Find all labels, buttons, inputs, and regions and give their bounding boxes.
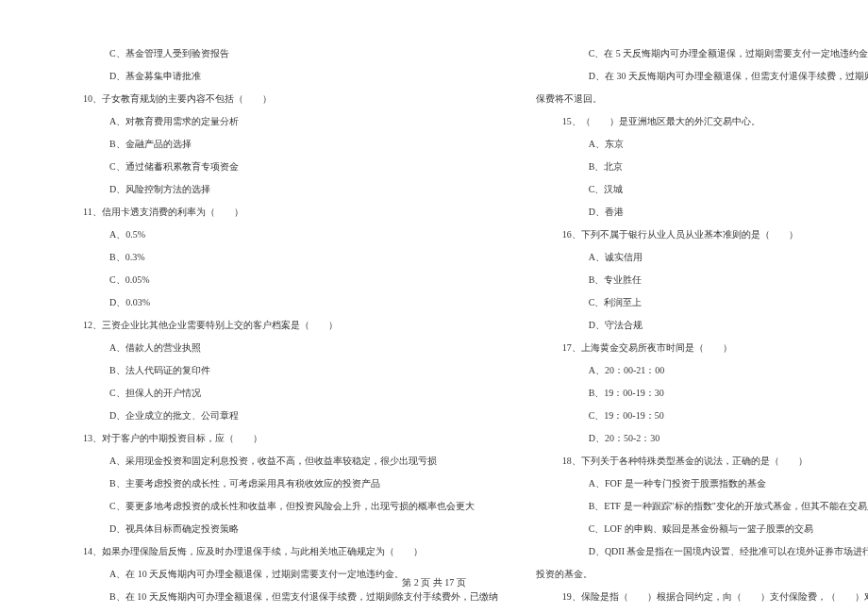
text-line: D、守法合规 xyxy=(536,314,868,337)
text-line: C、LOF 的申购、赎回是基金份额与一篮子股票的交易 xyxy=(536,518,868,540)
text-line: D、视具体目标而确定投资策略 xyxy=(57,518,498,540)
text-line: C、基金管理人受到验资报告 xyxy=(57,42,498,65)
text-line: 12、三资企业比其他企业需要特别上交的客户档案是（ ） xyxy=(57,314,498,337)
text-line: B、北京 xyxy=(536,156,868,178)
text-line: A、借款人的营业执照 xyxy=(57,337,498,359)
text-line: B、金融产品的选择 xyxy=(57,133,498,156)
text-line: 17、上海黄金交易所夜市时间是（ ） xyxy=(536,337,868,359)
text-line: A、0.5% xyxy=(57,224,498,246)
text-line: A、FOF 是一种专门投资于股票指数的基金 xyxy=(536,472,868,495)
text-line: C、要更多地考虑投资的成长性和收益率，但投资风险会上升，出现亏损的概率也会更大 xyxy=(57,495,498,518)
text-line: B、主要考虑投资的成长性，可考虑采用具有税收效应的投资产品 xyxy=(57,472,498,495)
text-line: D、风险控制方法的选择 xyxy=(57,178,498,201)
text-line: A、20：00-21：00 xyxy=(536,359,868,382)
text-line: C、在 5 天反悔期内可办理全额退保，过期则需要支付一定地违约金。 xyxy=(536,42,868,65)
text-line: 16、下列不属于银行从业人员从业基本准则的是（ ） xyxy=(536,224,868,246)
text-line: 14、如果办理保险后反悔，应及时办理退保手续，与此相关地正确规定为（ ） xyxy=(57,540,498,563)
text-line: D、香港 xyxy=(536,201,868,224)
text-line: B、专业胜任 xyxy=(536,269,868,291)
text-line: 发生的事故及相应的财产损失承担赔偿保险金责任。 xyxy=(536,608,868,613)
text-line: D、基金募集申请批准 xyxy=(57,65,498,88)
text-line: 13、对于客户的中期投资目标，应（ ） xyxy=(57,427,498,450)
text-line: 11、信用卡透支消费的利率为（ ） xyxy=(57,201,498,224)
text-line: D、QDII 基金是指在一国境内设置、经批准可以在境外证券市场进行股票、债券等有… xyxy=(536,540,868,563)
text-line: A、东京 xyxy=(536,133,868,156)
text-line: C、0.05% xyxy=(57,269,498,291)
text-line: A、诚实信用 xyxy=(536,246,868,269)
text-line: D、企业成立的批文、公司章程 xyxy=(57,405,498,427)
left-column: C、基金管理人受到验资报告D、基金募集申请批准10、子女教育规划的主要内容不包括… xyxy=(57,42,498,613)
text-line: 15、（ ）是亚洲地区最大的外汇交易中心。 xyxy=(536,110,868,133)
text-line: D、20：50-2：30 xyxy=(536,427,868,450)
text-line: C、19：00-19：50 xyxy=(536,405,868,427)
text-line: B、0.3% xyxy=(57,246,498,269)
text-line: C、汉城 xyxy=(536,178,868,201)
text-line: 10、子女教育规划的主要内容不包括（ ） xyxy=(57,88,498,110)
text-line: 18、下列关于各种特殊类型基金的说法，正确的是（ ） xyxy=(536,450,868,472)
text-line: B、ETF 是一种跟踪"标的指数"变化的开放式基金，但其不能在交易所上市 xyxy=(536,495,868,518)
text-line: C、通过储蓄积累教育专项资金 xyxy=(57,156,498,178)
text-line: B、19：00-19：30 xyxy=(536,382,868,405)
text-line: 保费将不退回。 xyxy=(57,608,498,613)
text-line: D、在 30 天反悔期内可办理全额退保，但需支付退保手续费，过期则除支付手续费外… xyxy=(536,65,868,88)
text-line: A、对教育费用需求的定量分析 xyxy=(57,110,498,133)
text-line: D、0.03% xyxy=(57,291,498,314)
document-page: C、基金管理人受到验资报告D、基金募集申请批准10、子女教育规划的主要内容不包括… xyxy=(0,0,868,613)
text-line: B、法人代码证的复印件 xyxy=(57,359,498,382)
right-column: C、在 5 天反悔期内可办理全额退保，过期则需要支付一定地违约金。D、在 30 … xyxy=(536,42,868,613)
text-line: A、采用现金投资和固定利息投资，收益不高，但收益率较稳定，很少出现亏损 xyxy=(57,450,498,472)
page-footer: 第 2 页 共 17 页 xyxy=(0,576,868,589)
text-line: C、利润至上 xyxy=(536,291,868,314)
text-line: C、担保人的开户情况 xyxy=(57,382,498,405)
text-line: 保费将不退回。 xyxy=(536,88,868,110)
